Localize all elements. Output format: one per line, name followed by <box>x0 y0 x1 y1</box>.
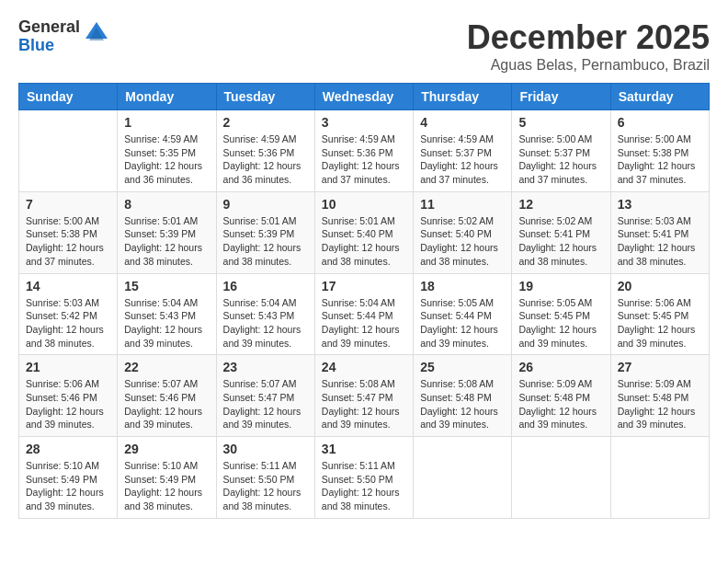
calendar-cell <box>414 437 512 519</box>
calendar-cell: 25Sunrise: 5:08 AM Sunset: 5:48 PM Dayli… <box>414 355 512 437</box>
cell-day-number: 24 <box>322 360 406 374</box>
cell-day-number: 5 <box>518 115 603 130</box>
logo-blue-text: Blue <box>18 37 80 55</box>
cell-day-number: 3 <box>322 115 406 130</box>
cell-day-number: 22 <box>124 360 209 374</box>
cell-info: Sunrise: 4:59 AM Sunset: 5:37 PM Dayligh… <box>420 132 505 187</box>
calendar-cell: 16Sunrise: 5:04 AM Sunset: 5:43 PM Dayli… <box>216 273 314 355</box>
calendar-week-row: 21Sunrise: 5:06 AM Sunset: 5:46 PM Dayli… <box>19 355 710 437</box>
cell-day-number: 14 <box>26 279 110 293</box>
cell-day-number: 29 <box>124 442 209 456</box>
cell-info: Sunrise: 4:59 AM Sunset: 5:35 PM Dayligh… <box>124 132 209 187</box>
cell-info: Sunrise: 5:11 AM Sunset: 5:50 PM Dayligh… <box>223 459 308 513</box>
calendar-cell: 15Sunrise: 5:04 AM Sunset: 5:43 PM Dayli… <box>118 273 216 355</box>
calendar-cell: 12Sunrise: 5:02 AM Sunset: 5:41 PM Dayli… <box>512 191 610 273</box>
cell-info: Sunrise: 5:04 AM Sunset: 5:44 PM Dayligh… <box>322 296 406 350</box>
cell-info: Sunrise: 4:59 AM Sunset: 5:36 PM Dayligh… <box>223 132 308 187</box>
cell-info: Sunrise: 5:09 AM Sunset: 5:48 PM Dayligh… <box>518 377 603 431</box>
calendar-cell: 5Sunrise: 5:00 AM Sunset: 5:37 PM Daylig… <box>512 110 610 192</box>
cell-day-number: 13 <box>618 197 702 212</box>
cell-info: Sunrise: 5:03 AM Sunset: 5:42 PM Dayligh… <box>26 296 110 350</box>
calendar-cell <box>19 110 118 192</box>
cell-day-number: 21 <box>26 360 110 374</box>
cell-day-number: 7 <box>26 197 110 212</box>
cell-info: Sunrise: 5:11 AM Sunset: 5:50 PM Dayligh… <box>322 459 406 513</box>
calendar-cell <box>610 437 709 519</box>
cell-info: Sunrise: 5:06 AM Sunset: 5:46 PM Dayligh… <box>26 377 110 431</box>
calendar-cell: 1Sunrise: 4:59 AM Sunset: 5:35 PM Daylig… <box>118 110 216 192</box>
calendar-cell: 2Sunrise: 4:59 AM Sunset: 5:36 PM Daylig… <box>216 110 314 192</box>
cell-info: Sunrise: 5:01 AM Sunset: 5:39 PM Dayligh… <box>223 214 308 269</box>
cell-info: Sunrise: 5:08 AM Sunset: 5:48 PM Dayligh… <box>420 377 505 431</box>
logo-general-text: General <box>18 18 80 37</box>
cell-day-number: 2 <box>223 115 308 130</box>
calendar: SundayMondayTuesdayWednesdayThursdayFrid… <box>18 83 710 519</box>
cell-day-number: 8 <box>124 197 209 212</box>
calendar-header-monday: Monday <box>118 84 216 110</box>
calendar-header-thursday: Thursday <box>414 84 512 110</box>
cell-day-number: 28 <box>26 442 110 456</box>
calendar-header-tuesday: Tuesday <box>216 84 314 110</box>
calendar-week-row: 1Sunrise: 4:59 AM Sunset: 5:35 PM Daylig… <box>19 110 710 192</box>
logo-icon <box>84 20 109 50</box>
cell-info: Sunrise: 5:08 AM Sunset: 5:47 PM Dayligh… <box>322 377 406 431</box>
calendar-cell: 18Sunrise: 5:05 AM Sunset: 5:44 PM Dayli… <box>414 273 512 355</box>
calendar-header-row: SundayMondayTuesdayWednesdayThursdayFrid… <box>19 84 710 110</box>
calendar-cell: 30Sunrise: 5:11 AM Sunset: 5:50 PM Dayli… <box>216 437 314 519</box>
cell-info: Sunrise: 5:00 AM Sunset: 5:37 PM Dayligh… <box>518 132 603 187</box>
calendar-cell: 27Sunrise: 5:09 AM Sunset: 5:48 PM Dayli… <box>610 355 709 437</box>
calendar-cell: 19Sunrise: 5:05 AM Sunset: 5:45 PM Dayli… <box>512 273 610 355</box>
calendar-header-friday: Friday <box>512 84 610 110</box>
cell-day-number: 1 <box>124 115 209 130</box>
cell-info: Sunrise: 5:05 AM Sunset: 5:44 PM Dayligh… <box>420 296 505 350</box>
cell-day-number: 30 <box>223 442 308 456</box>
calendar-cell: 3Sunrise: 4:59 AM Sunset: 5:36 PM Daylig… <box>314 110 413 192</box>
cell-info: Sunrise: 4:59 AM Sunset: 5:36 PM Dayligh… <box>322 132 406 187</box>
cell-info: Sunrise: 5:07 AM Sunset: 5:46 PM Dayligh… <box>124 377 209 431</box>
header: General Blue December 2025 Aguas Belas, … <box>18 18 710 74</box>
cell-day-number: 16 <box>223 279 308 293</box>
calendar-cell: 29Sunrise: 5:10 AM Sunset: 5:49 PM Dayli… <box>118 437 216 519</box>
calendar-cell: 17Sunrise: 5:04 AM Sunset: 5:44 PM Dayli… <box>314 273 413 355</box>
cell-info: Sunrise: 5:04 AM Sunset: 5:43 PM Dayligh… <box>223 296 308 350</box>
subtitle: Aguas Belas, Pernambuco, Brazil <box>467 57 710 74</box>
title-section: December 2025 Aguas Belas, Pernambuco, B… <box>467 18 710 74</box>
calendar-cell: 23Sunrise: 5:07 AM Sunset: 5:47 PM Dayli… <box>216 355 314 437</box>
cell-day-number: 17 <box>322 279 406 293</box>
cell-info: Sunrise: 5:00 AM Sunset: 5:38 PM Dayligh… <box>26 214 110 269</box>
calendar-cell: 11Sunrise: 5:02 AM Sunset: 5:40 PM Dayli… <box>414 191 512 273</box>
cell-info: Sunrise: 5:01 AM Sunset: 5:39 PM Dayligh… <box>124 214 209 269</box>
cell-info: Sunrise: 5:00 AM Sunset: 5:38 PM Dayligh… <box>618 132 702 187</box>
calendar-cell: 6Sunrise: 5:00 AM Sunset: 5:38 PM Daylig… <box>610 110 709 192</box>
cell-day-number: 31 <box>322 442 406 456</box>
cell-info: Sunrise: 5:07 AM Sunset: 5:47 PM Dayligh… <box>223 377 308 431</box>
calendar-cell <box>512 437 610 519</box>
calendar-cell: 20Sunrise: 5:06 AM Sunset: 5:45 PM Dayli… <box>610 273 709 355</box>
cell-info: Sunrise: 5:01 AM Sunset: 5:40 PM Dayligh… <box>322 214 406 269</box>
cell-day-number: 27 <box>618 360 702 374</box>
cell-day-number: 19 <box>518 279 603 293</box>
calendar-week-row: 28Sunrise: 5:10 AM Sunset: 5:49 PM Dayli… <box>19 437 710 519</box>
cell-info: Sunrise: 5:06 AM Sunset: 5:45 PM Dayligh… <box>618 296 702 350</box>
calendar-cell: 28Sunrise: 5:10 AM Sunset: 5:49 PM Dayli… <box>19 437 118 519</box>
calendar-cell: 10Sunrise: 5:01 AM Sunset: 5:40 PM Dayli… <box>314 191 413 273</box>
cell-info: Sunrise: 5:10 AM Sunset: 5:49 PM Dayligh… <box>124 459 209 513</box>
cell-day-number: 25 <box>420 360 505 374</box>
logo: General Blue <box>18 18 109 55</box>
calendar-cell: 24Sunrise: 5:08 AM Sunset: 5:47 PM Dayli… <box>314 355 413 437</box>
cell-info: Sunrise: 5:03 AM Sunset: 5:41 PM Dayligh… <box>618 214 702 269</box>
calendar-cell: 14Sunrise: 5:03 AM Sunset: 5:42 PM Dayli… <box>19 273 118 355</box>
calendar-cell: 26Sunrise: 5:09 AM Sunset: 5:48 PM Dayli… <box>512 355 610 437</box>
calendar-cell: 8Sunrise: 5:01 AM Sunset: 5:39 PM Daylig… <box>118 191 216 273</box>
calendar-header-wednesday: Wednesday <box>314 84 413 110</box>
cell-day-number: 4 <box>420 115 505 130</box>
calendar-cell: 4Sunrise: 4:59 AM Sunset: 5:37 PM Daylig… <box>414 110 512 192</box>
calendar-cell: 31Sunrise: 5:11 AM Sunset: 5:50 PM Dayli… <box>314 437 413 519</box>
cell-day-number: 10 <box>322 197 406 212</box>
cell-info: Sunrise: 5:05 AM Sunset: 5:45 PM Dayligh… <box>518 296 603 350</box>
cell-day-number: 12 <box>518 197 603 212</box>
cell-day-number: 20 <box>618 279 702 293</box>
cell-day-number: 26 <box>518 360 603 374</box>
main-title: December 2025 <box>467 18 710 57</box>
cell-info: Sunrise: 5:09 AM Sunset: 5:48 PM Dayligh… <box>618 377 702 431</box>
